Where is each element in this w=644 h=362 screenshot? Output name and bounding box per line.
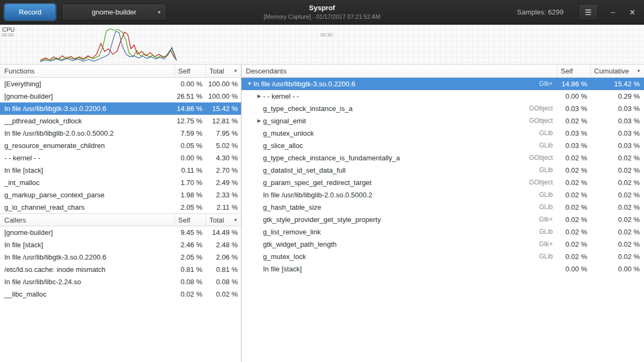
close-button[interactable]: ✕ [625,8,640,17]
callers-row[interactable]: In file /usr/lib/libc-2.24.so0.08 %0.08 … [0,276,241,288]
library-tag: GObject [529,152,557,164]
callers-row[interactable]: In file [stack]2.46 %2.48 % [0,239,241,251]
descendants-row[interactable]: g_list_remove_linkGLib0.02 %0.02 % [241,226,644,238]
left-pane: Functions Self Total ▼ [Everything]0.00 … [0,65,241,362]
self-percent: 2.05 % [174,201,206,213]
cpu-red-line [40,32,176,60]
functions-row[interactable]: g_io_channel_read_chars2.05 %2.11 % [0,201,241,213]
callers-row[interactable]: [gnome-builder]9.45 %14.49 % [0,226,241,239]
functions-row[interactable]: In file [stack]0.11 %2.70 % [0,164,241,176]
descendants-row[interactable]: ▶- - kernel - -0.00 %0.29 % [241,90,644,102]
column-header-total[interactable]: Total ▼ [206,65,241,77]
self-percent: 0.08 % [174,276,206,288]
column-header-callers[interactable]: Callers [0,214,174,226]
self-percent: 12.75 % [174,115,206,127]
cumulative-percent: 0.00 % [590,263,644,275]
column-header-self[interactable]: Self [557,65,590,77]
total-percent: 2.06 % [206,251,241,263]
cpu-timeline-graph[interactable]: CPU 00:00 00:30 [0,25,644,65]
callers-row[interactable]: /etc/ld.so.cache: inode mismatch0.81 %0.… [0,263,241,276]
descendants-row[interactable]: ▶g_signal_emitGObject0.02 %0.03 % [241,115,644,127]
function-name: gtk_widget_path_length [263,238,336,250]
total-percent: 2.48 % [206,239,241,251]
total-percent: 15.42 % [206,102,241,115]
descendants-row[interactable]: g_type_check_instance_is_fundamentally_a… [241,152,644,164]
cumulative-percent: 0.03 % [590,115,644,127]
column-header-total[interactable]: Total ▼ [206,214,241,226]
functions-row[interactable]: In file /usr/lib/libgtk-3.so.0.2200.614.… [0,102,241,115]
minimize-button[interactable]: ─ [605,9,620,16]
functions-row[interactable]: [gnome-builder]26.51 %100.00 % [0,90,241,102]
library-tag: GLib [539,164,557,176]
descendant-name-cell: g_param_spec_get_redirect_targetGObject [241,176,557,189]
total-percent: 2.49 % [206,176,241,189]
descendants-row[interactable]: g_slice_allocGLib0.03 %0.03 % [241,139,644,152]
descendants-row[interactable]: g_mutex_unlockGLib0.03 %0.03 % [241,127,644,139]
self-percent: 0.02 % [557,213,590,226]
descendants-row[interactable]: In file [stack]0.00 %0.00 % [241,263,644,275]
expander-icon[interactable]: ▶ [255,90,263,102]
column-header-cumulative[interactable]: Cumulative ▼ [590,65,644,77]
descendants-row[interactable]: g_type_check_instance_is_aGObject0.03 %0… [241,102,644,115]
function-name: In file /usr/lib/libgtk-3.so.0.2200.6 [253,78,355,90]
functions-row[interactable]: _int_malloc1.70 %2.49 % [0,176,241,189]
descendant-name-cell: In file /usr/lib/libglib-2.0.so.0.5000.2… [241,189,557,201]
descendants-row[interactable]: g_param_spec_get_redirect_targetGObject0… [241,176,644,189]
column-label: Self [178,67,190,75]
functions-table-body: [Everything]0.00 %100.00 %[gnome-builder… [0,78,241,213]
column-header-self[interactable]: Self [174,214,206,226]
menu-button[interactable]: ☰ [579,4,598,20]
functions-row[interactable]: g_resource_enumerate_children0.05 %5.02 … [0,139,241,152]
self-percent: 0.02 % [557,115,590,127]
callers-row[interactable]: In file /usr/lib/libgtk-3.so.0.2200.62.0… [0,251,241,263]
descendants-row[interactable]: g_mutex_lockGLib0.02 %0.02 % [241,250,644,263]
descendants-row[interactable]: gtk_widget_path_lengthGtk+0.02 %0.02 % [241,238,644,250]
column-header-functions[interactable]: Functions [0,65,174,77]
functions-row[interactable]: g_markup_parse_context_parse1.98 %2.33 % [0,189,241,201]
total-percent: 100.00 % [206,78,241,90]
cumulative-percent: 0.02 % [590,189,644,201]
descendants-row[interactable]: In file /usr/lib/libglib-2.0.so.0.5000.2… [241,189,644,201]
functions-row[interactable]: - - kernel - -0.00 %4.30 % [0,152,241,164]
total-percent: 2.70 % [206,164,241,176]
self-percent: 0.02 % [557,189,590,201]
process-selector-dropdown[interactable]: gnome-builder ▾ [62,4,166,20]
function-name: g_type_check_instance_is_fundamentally_a [263,152,400,164]
callers-row[interactable]: __libc_malloc0.02 %0.02 % [0,288,241,300]
descendant-name-cell: g_mutex_unlockGLib [241,127,557,139]
function-name: g_datalist_id_set_data_full [263,164,346,176]
total-percent: 7.95 % [206,127,241,139]
library-tag: Gtk+ [539,238,557,250]
descendants-row[interactable]: g_hash_table_sizeGLib0.02 %0.02 % [241,201,644,213]
functions-table-header: Functions Self Total ▼ [0,65,241,78]
self-percent: 1.70 % [174,176,206,189]
function-name: g_list_remove_link [263,226,321,238]
cumulative-percent: 0.02 % [590,213,644,226]
function-name: - - kernel - - [263,90,299,102]
descendant-name-cell: g_type_check_instance_is_aGObject [241,102,557,115]
function-name: In file /usr/lib/libgtk-3.so.0.2200.6 [0,102,174,115]
descendants-row[interactable]: g_datalist_id_set_data_fullGLib0.02 %0.0… [241,164,644,176]
column-header-self[interactable]: Self [174,65,206,77]
descendant-name-cell: ▶- - kernel - - [241,90,557,102]
functions-row[interactable]: [Everything]0.00 %100.00 % [0,78,241,90]
functions-row[interactable]: In file /usr/lib/libglib-2.0.so.0.5000.2… [0,127,241,139]
self-percent: 9.45 % [174,226,206,239]
descendants-table-body: ▼In file /usr/lib/libgtk-3.so.0.2200.6Gt… [241,78,644,275]
function-name: In file /usr/lib/libgtk-3.so.0.2200.6 [0,251,174,263]
function-name: /etc/ld.so.cache: inode mismatch [0,263,174,276]
function-name: [gnome-builder] [0,226,174,239]
descendants-row[interactable]: gtk_style_provider_get_style_propertyGtk… [241,213,644,226]
descendants-row[interactable]: ▼In file /usr/lib/libgtk-3.so.0.2200.6Gt… [241,78,644,90]
expander-icon[interactable]: ▼ [246,78,253,90]
library-tag: GLib [539,189,557,201]
expander-icon[interactable]: ▶ [255,115,263,127]
self-percent: 14.86 % [557,78,590,90]
cumulative-percent: 0.03 % [590,139,644,152]
column-label: Self [561,67,573,75]
function-name: g_io_channel_read_chars [0,201,174,213]
function-name: _int_malloc [0,176,174,189]
functions-row[interactable]: __pthread_rwlock_rdlock12.75 %12.81 % [0,115,241,127]
column-header-descendants[interactable]: Descendants [241,65,557,77]
record-button[interactable]: Record [4,4,56,20]
